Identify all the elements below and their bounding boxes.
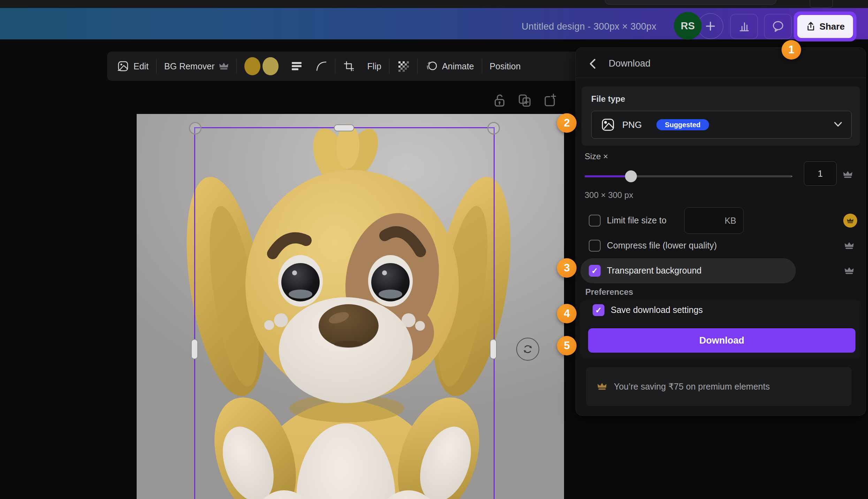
document-title[interactable]: Untitled design - 300px × 300px <box>504 21 656 32</box>
suggested-badge: Suggested <box>656 119 709 130</box>
bar-chart-icon <box>738 20 751 33</box>
panel-title: Download <box>609 58 650 69</box>
animate-button[interactable]: Animate <box>419 60 480 72</box>
transparency-button[interactable] <box>391 60 416 72</box>
curve-button[interactable] <box>309 61 334 72</box>
share-label: Share <box>820 21 845 32</box>
bg-remover-label: BG Remover <box>164 61 214 71</box>
toolbar-separator <box>417 59 418 74</box>
position-label: Position <box>490 61 521 71</box>
selection-handle-left[interactable] <box>191 339 198 359</box>
position-button[interactable]: Position <box>484 61 527 71</box>
comment-icon <box>771 20 785 33</box>
image-file-icon <box>601 118 615 131</box>
toolbar-separator <box>389 59 389 74</box>
unlock-icon <box>493 93 507 108</box>
selection-handle-top[interactable] <box>334 124 354 131</box>
toolbar-separator <box>482 59 482 74</box>
checkerboard-icon <box>397 60 410 72</box>
color-swatch-gold[interactable] <box>244 57 260 75</box>
premium-badge <box>843 214 857 228</box>
chevron-left-icon <box>589 59 596 69</box>
edit-button[interactable]: Edit <box>111 60 155 72</box>
file-size-input[interactable]: KB <box>684 207 744 234</box>
crown-icon <box>844 241 854 250</box>
color-swatch-tan[interactable] <box>262 57 279 75</box>
check-icon: ✓ <box>595 306 602 314</box>
design-canvas[interactable] <box>137 114 564 499</box>
lock-button[interactable] <box>492 93 507 108</box>
crown-icon <box>844 267 854 275</box>
back-button[interactable] <box>586 57 600 71</box>
toolbar-separator <box>335 59 335 74</box>
file-type-card: File type PNG Suggested <box>581 86 860 146</box>
color-swatches[interactable] <box>238 57 285 75</box>
file-type-value: PNG <box>622 120 642 130</box>
rotate-icon <box>522 343 534 355</box>
check-icon: ✓ <box>591 267 598 275</box>
size-slider-fill <box>585 175 631 177</box>
crop-button[interactable] <box>337 60 361 72</box>
adjust-button[interactable] <box>285 61 309 71</box>
download-panel: Download File type PNG Suggested Size × … <box>576 47 866 416</box>
animate-label: Animate <box>442 61 474 71</box>
search-bar-remnant <box>605 0 776 5</box>
dimensions-readout: 300 × 300 px <box>585 190 633 200</box>
add-page-button[interactable] <box>542 93 557 108</box>
compress-checkbox[interactable]: ✓ <box>589 240 601 252</box>
duplicate-icon <box>518 93 532 108</box>
save-settings-checkbox[interactable]: ✓ <box>593 304 604 316</box>
page-controls <box>492 93 557 108</box>
size-slider-end-marker <box>791 176 792 177</box>
compress-label: Compress file (lower quality) <box>607 240 717 251</box>
selection-handle-top-right[interactable] <box>487 122 500 135</box>
crown-icon <box>219 62 229 70</box>
top-strip <box>0 0 868 8</box>
add-page-icon <box>543 93 557 108</box>
selection-box[interactable] <box>194 127 495 499</box>
save-settings-label: Save download settings <box>611 305 703 315</box>
comments-button[interactable] <box>764 14 792 39</box>
toolbar-separator <box>236 59 237 74</box>
transparent-background-checkbox[interactable]: ✓ <box>589 265 601 277</box>
crown-icon <box>843 170 853 179</box>
toolbar-separator <box>156 59 157 74</box>
avatar[interactable]: RS <box>674 12 702 40</box>
size-slider-thumb[interactable] <box>625 170 637 182</box>
limit-file-size-label: Limit file size to <box>607 215 667 225</box>
curve-icon <box>315 61 327 72</box>
edit-label: Edit <box>134 61 149 71</box>
share-button[interactable]: Share <box>797 15 853 38</box>
plus-icon <box>707 22 715 30</box>
step-badge-3: 3 <box>557 258 577 278</box>
share-upload-icon <box>806 21 816 32</box>
file-type-label: File type <box>591 94 625 104</box>
selection-handle-top-left[interactable] <box>189 122 201 135</box>
file-type-select[interactable]: PNG Suggested <box>591 111 852 139</box>
insights-button[interactable] <box>730 14 758 39</box>
flip-button[interactable]: Flip <box>361 61 388 71</box>
bg-remover-button[interactable]: BG Remover <box>158 61 235 71</box>
flip-label: Flip <box>367 61 381 71</box>
panel-divider <box>576 78 866 78</box>
rotate-handle[interactable] <box>516 338 539 361</box>
chevron-down-icon <box>834 122 842 127</box>
kb-unit: KB <box>725 216 736 226</box>
savings-card: You’re saving ₹75 on premium elements <box>586 367 852 406</box>
duplicate-button[interactable] <box>517 93 532 108</box>
crown-icon <box>597 382 607 391</box>
step-badge-2: 2 <box>557 113 577 133</box>
crown-icon <box>847 218 854 224</box>
edit-image-icon <box>117 60 129 72</box>
size-slider[interactable] <box>585 175 792 177</box>
download-button[interactable]: Download <box>588 328 855 353</box>
download-action-card: ✓ Save download settings Download <box>580 300 861 359</box>
selection-handle-right[interactable] <box>490 339 497 359</box>
limit-file-size-checkbox[interactable]: ✓ <box>589 215 601 227</box>
top-button-remnant <box>810 0 833 8</box>
app-window: Untitled design - 300px × 300px RS Share… <box>0 0 868 499</box>
size-multiplier-input[interactable]: 1 <box>804 161 837 186</box>
step-badge-5: 5 <box>557 336 577 355</box>
lines-icon <box>291 61 303 71</box>
savings-note: You’re saving ₹75 on premium elements <box>614 382 770 392</box>
